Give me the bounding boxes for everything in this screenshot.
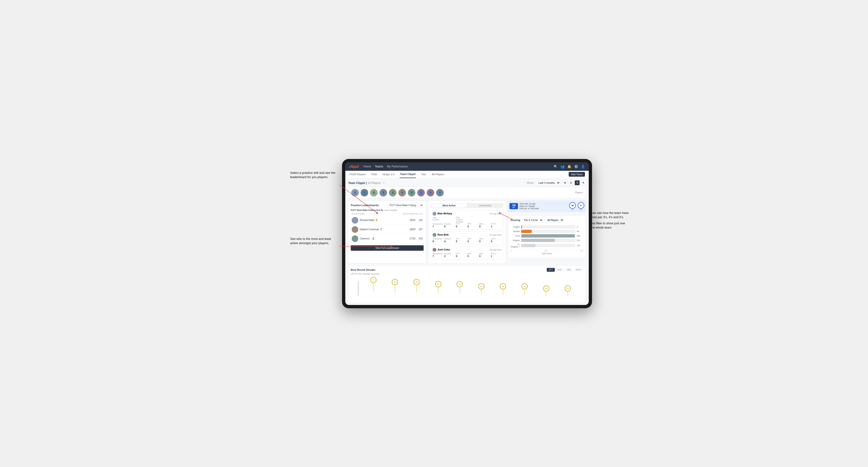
bar-track-dbogeys: [521, 244, 575, 247]
scoring-title: Scoring: [510, 219, 520, 221]
timeline-point-0: 7x: [370, 277, 376, 301]
shot-card-panel: 198 SG Shot Dist: 16 yds Start Lie: Roug…: [508, 200, 586, 212]
activity-card-3-header: Josh Coles 26 Aug 2023: [433, 248, 502, 252]
annotation-top-left: Select a practice drill and see the lead…: [290, 171, 337, 179]
bell-icon[interactable]: 🔔: [567, 165, 571, 168]
practice-panel-title: Practice Leaderboards: [351, 204, 379, 207]
player-filter[interactable]: All Players: [545, 218, 564, 222]
three-column-section: Practice Leaderboards PUTT Must Make Put…: [348, 200, 586, 263]
bar-fill-dbogeys: [521, 244, 535, 247]
activity-card-1-header: Blair McHarg 26 Aug 2023: [433, 212, 502, 216]
lb-medal-3: 🥉: [372, 238, 375, 240]
show-label: Show:: [527, 181, 534, 184]
tab-least-active[interactable]: Least Active: [467, 204, 503, 208]
activity-avatar-2: [433, 233, 436, 237]
view-grid-large[interactable]: ⊟: [568, 180, 574, 185]
streaks-title: Best Round Streaks: [351, 269, 375, 271]
player-avatar-5[interactable]: 👤: [389, 189, 397, 196]
lb-avg-3: 103: [418, 237, 423, 240]
timeline-point-4: 5x: [457, 281, 463, 301]
streaks-tab-putt[interactable]: PUTT: [574, 268, 584, 272]
chart-axis: 0 200 400: [510, 249, 583, 252]
activity-card-2-header: Rees Britt 02 Sep 2023: [433, 233, 502, 237]
timeline-point-3: 5x: [435, 281, 441, 301]
subnav-team-clippd[interactable]: Team Clippd: [400, 171, 416, 178]
activity-name-2: Rees Britt: [433, 233, 448, 237]
player-avatar-3[interactable]: 👤: [370, 189, 378, 196]
user-icon[interactable]: 👤: [581, 165, 585, 168]
view-filter[interactable]: ⇅: [581, 180, 586, 185]
activity-date-2: 02 Sep 2023: [489, 234, 501, 236]
people-icon[interactable]: 👥: [560, 165, 564, 168]
lb-row-1: Richard Butler 🥇 19/20 110: [351, 216, 424, 225]
sub-nav: PGAT Players PGA Hcaps 1-5 Team Clippd T…: [345, 171, 589, 178]
drill-select[interactable]: PUTT Must Make Putting...: [387, 203, 424, 208]
team-header: Team Clippd | 14 Players ✎ Show: Last 3 …: [348, 180, 586, 185]
subnav-tour[interactable]: Tour: [421, 171, 427, 178]
player-avatar-2[interactable]: 👤: [361, 189, 368, 196]
nav-teams[interactable]: Teams: [375, 165, 383, 168]
shot-yards: 16 yds 0 yds: [569, 202, 584, 210]
streaks-tab-app[interactable]: APP: [556, 268, 564, 272]
timeline-wrapper: % Fairway Accuracy 7x6x6x5x5x4x4x4x3x3x: [351, 277, 583, 301]
player-avatar-4[interactable]: 👤: [379, 189, 387, 196]
lb-name-2: Edward Crossman 🥈: [360, 228, 408, 231]
player-avatar-9[interactable]: 👤: [427, 189, 434, 196]
lb-name-3: Cameron... 🥉: [360, 237, 408, 240]
activity-date-1: 26 Aug 2023: [490, 213, 502, 215]
tab-most-active[interactable]: Most Active: [431, 204, 467, 208]
team-title-group: Team Clippd | 14 Players ✎: [348, 181, 385, 185]
activity-values-2: Tournament 8 Practice 4 OTT 0: [433, 238, 502, 243]
view-grid-small[interactable]: ⊞: [562, 180, 567, 185]
subnav-hcaps[interactable]: Hcaps 1-5: [382, 171, 395, 178]
lb-row-2: Edward Crossman 🥈 18/20 107: [351, 225, 424, 234]
streaks-tab-arg[interactable]: ARG: [565, 268, 573, 272]
view-full-leaderboard-button[interactable]: View Full Leaderboard: [351, 245, 424, 251]
lb-avatar-1: [352, 217, 358, 224]
activity-card-2: Rees Britt 02 Sep 2023 Tournament 8: [431, 231, 503, 245]
logo: clippd: [349, 165, 359, 168]
bar-eagles: Eagles 3: [510, 225, 583, 228]
lb-header: PLAYER NAME PB SCORE PB AVG SQ: [351, 213, 424, 215]
show-select[interactable]: Last 3 months: [536, 181, 560, 185]
player-avatar-7[interactable]: 👤: [408, 189, 415, 196]
lb-name-1: Richard Butler 🥇: [360, 219, 408, 221]
subnav-pgat[interactable]: PGAT Players: [349, 171, 366, 178]
view-icons: ⊞ ⊟ ☰ ⇅: [562, 180, 586, 185]
search-icon[interactable]: 🔍: [554, 165, 558, 168]
nav-my-performance[interactable]: My Performance: [387, 165, 408, 168]
bar-fill-birdies: [521, 230, 531, 233]
yard-box-1: 16: [569, 202, 576, 209]
total-shots-label: Total Shots: [510, 252, 583, 255]
team-player-count: | 14 Players: [366, 181, 381, 185]
streaks-subtitle: Off The Tee, Fairway Accuracy: [351, 273, 583, 275]
player-avatar-6[interactable]: 👤: [398, 189, 406, 196]
bar-bogeys: Bogeys 311: [510, 239, 583, 242]
edit-icon[interactable]: ✎: [383, 182, 385, 184]
par-filter[interactable]: Par 3, 4 & 5s: [522, 218, 543, 222]
practice-panel-header: Practice Leaderboards PUTT Must Make Put…: [351, 203, 424, 208]
subnav-all-players[interactable]: All Players: [431, 171, 445, 178]
settings-icon[interactable]: ⚙️: [574, 165, 578, 168]
nav-home[interactable]: Home: [364, 165, 371, 168]
bar-pars: Pars 499: [510, 234, 583, 238]
lb-row-3: Cameron... 🥉 17/20 103: [351, 234, 424, 243]
view-controls: Show: Last 3 months ⊞ ⊟ ☰ ⇅: [527, 180, 586, 185]
view-list[interactable]: ☰: [575, 180, 580, 185]
player-avatar-8[interactable]: 👤: [417, 189, 425, 196]
bar-track-bogeys: [521, 239, 575, 242]
lb-avg-2: 107: [418, 228, 423, 231]
team-name: Team Clippd: [348, 181, 365, 185]
subnav-pga[interactable]: PGA: [371, 171, 377, 178]
bar-track-birdies: [521, 230, 575, 233]
timeline-point-8: 3x: [543, 285, 549, 301]
players-row: 👤 👤 👤 👤 👤 👤 👤 👤 👤 👤 Players: [348, 187, 586, 198]
activity-name-1: Blair McHarg: [433, 212, 452, 216]
add-team-button[interactable]: Add Team: [569, 172, 585, 177]
streaks-tab-ott[interactable]: OTT: [547, 268, 555, 272]
player-avatar-1[interactable]: 👤: [351, 189, 359, 196]
activity-avatar-1: [433, 212, 436, 216]
timeline-point-7: 4x: [522, 283, 528, 301]
lb-score-1: 19/20: [409, 219, 415, 221]
player-avatar-10[interactable]: 👤: [436, 189, 444, 196]
